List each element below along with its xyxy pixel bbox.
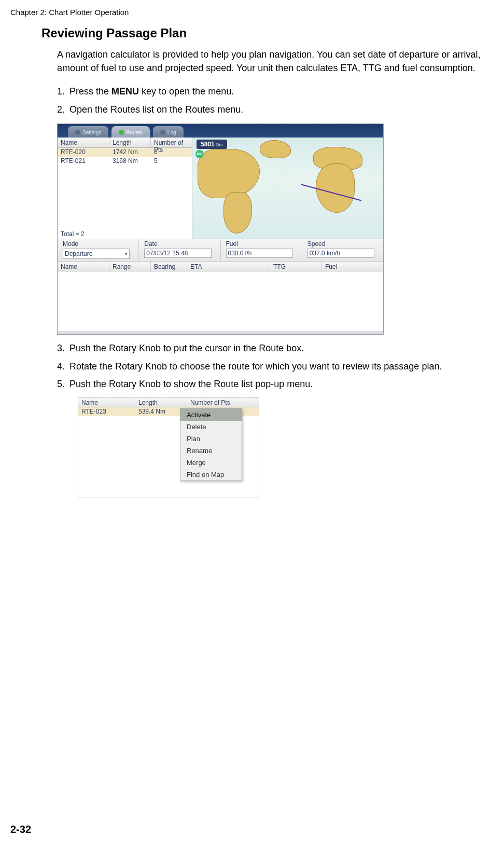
map-landmass: [316, 163, 355, 213]
route-list-header: Name Length Number of Pts: [58, 138, 192, 148]
param-label: Date: [144, 240, 215, 248]
route-pts: 5: [151, 157, 192, 166]
step-text: Push the Rotary Knob to put the cursor i…: [69, 341, 483, 356]
step-1-post: key to open the menu.: [139, 86, 234, 97]
step-text: Press the MENU key to open the menu.: [69, 84, 483, 99]
step-number: 1.: [57, 84, 69, 99]
chevron-down-icon: ▾: [125, 251, 128, 256]
step-number: 2.: [57, 102, 69, 117]
step-5: 5. Push the Rotary Knob to show the Rout…: [57, 377, 483, 392]
map-scale-badge: 5801Nm: [197, 140, 227, 149]
route-name: RTE-020: [58, 148, 109, 157]
passage-params-row: Mode Departure ▾ Date Fuel Speed: [58, 239, 383, 262]
waypoint-detail-header: Name Range Bearing ETA TTG Fuel: [58, 262, 383, 272]
step-number: 3.: [57, 341, 69, 356]
map-scale-unit: Nm: [216, 142, 223, 147]
step-4: 4. Rotate the Rotary Knob to choose the …: [57, 359, 483, 374]
tab-settings[interactable]: Settings: [68, 126, 108, 138]
steps-list: 1. Press the MENU key to open the menu. …: [57, 84, 483, 117]
map-landmass: [198, 149, 260, 198]
menu-key-label: MENU: [111, 86, 139, 97]
chapter-header: Chapter 2: Chart Plotter Operation: [10, 8, 129, 17]
route-length: 3168 Nm: [109, 157, 151, 166]
tab-label: Settings: [82, 130, 101, 135]
routes-top-panel: Name Length Number of Pts RTE-020 1742 N…: [58, 138, 383, 239]
param-fuel: Fuel: [221, 239, 302, 261]
tab-indicator-icon: [160, 130, 165, 135]
step-text: Push the Rotary Knob to show the Route l…: [69, 377, 483, 392]
menu-plan[interactable]: Plan: [180, 433, 242, 445]
route-list-header: Name Length Number of Pts: [78, 397, 259, 407]
step-number: 5.: [57, 377, 69, 392]
menu-delete[interactable]: Delete: [180, 421, 242, 433]
fuel-input[interactable]: [226, 249, 293, 258]
tab-label: Log: [167, 130, 176, 135]
col-pts: Number of Pts: [151, 138, 192, 147]
speed-input[interactable]: [307, 249, 374, 258]
col-range: Range: [109, 262, 151, 272]
route-list-panel: Name Length Number of Pts RTE-020 1742 N…: [58, 138, 192, 239]
col-ttg: TTG: [270, 262, 322, 272]
step-1: 1. Press the MENU key to open the menu.: [57, 84, 483, 99]
tab-log[interactable]: Log: [153, 126, 184, 138]
map-scale-value: 5801: [201, 141, 215, 148]
col-eta: ETA: [187, 262, 270, 272]
route-total: Total = 2: [61, 230, 85, 238]
page-number: 2-32: [10, 823, 31, 835]
menu-rename[interactable]: Rename: [180, 445, 242, 457]
mode-select[interactable]: Departure ▾: [63, 249, 130, 259]
waypoint-detail-body: [58, 272, 383, 334]
step-text: Open the Routes list on the Routes menu.: [69, 102, 483, 117]
col-name: Name: [58, 138, 109, 147]
route-list-body: RTE-023 539.4 Nm 5 Activate Delete Plan …: [78, 407, 259, 498]
route-length: 1742 Nm: [109, 148, 151, 157]
north-up-icon: NU: [195, 150, 204, 158]
map-preview[interactable]: 5801Nm NU: [192, 138, 383, 239]
route-row[interactable]: RTE-020 1742 Nm 6: [58, 148, 192, 157]
step-text: Rotate the Rotary Knob to choose the rou…: [69, 359, 483, 374]
step-1-pre: Press the: [69, 86, 111, 97]
menu-activate[interactable]: Activate: [180, 409, 242, 421]
route-length: 539.4 Nm: [135, 407, 187, 416]
col-name: Name: [58, 262, 109, 272]
route-name: RTE-023: [78, 407, 135, 416]
map-landmass: [260, 140, 291, 158]
route-pts: 6: [151, 148, 192, 157]
step-2: 2. Open the Routes list on the Routes me…: [57, 102, 483, 117]
tab-indicator-icon: [119, 130, 124, 135]
col-pts: Number of Pts: [187, 397, 259, 407]
routes-window-screenshot: Settings Routes Log Name Length Number o…: [57, 123, 384, 335]
route-context-menu-screenshot: Name Length Number of Pts RTE-023 539.4 …: [78, 397, 259, 498]
page-content: Reviewing Passage Plan A navigation calc…: [41, 26, 483, 498]
col-name: Name: [78, 397, 135, 407]
section-title: Reviewing Passage Plan: [41, 26, 483, 40]
col-bearing: Bearing: [151, 262, 187, 272]
col-length: Length: [135, 397, 187, 407]
param-label: Speed: [307, 240, 378, 248]
route-name: RTE-021: [58, 157, 109, 166]
menu-merge[interactable]: Merge: [180, 457, 242, 469]
menu-find-on-map[interactable]: Find on Map: [180, 469, 242, 481]
tab-routes[interactable]: Routes: [111, 126, 150, 138]
param-speed: Speed: [302, 239, 383, 261]
col-fuel: Fuel: [322, 262, 383, 272]
tab-indicator-icon: [75, 130, 80, 135]
steps-list-continued: 3. Push the Rotary Knob to put the curso…: [57, 341, 483, 392]
context-menu: Activate Delete Plan Rename Merge Find o…: [180, 408, 242, 481]
param-mode: Mode Departure ▾: [58, 239, 139, 261]
param-date: Date: [139, 239, 220, 261]
step-3: 3. Push the Rotary Knob to put the curso…: [57, 341, 483, 356]
window-tab-bar: Settings Routes Log: [58, 124, 383, 138]
param-label: Fuel: [226, 240, 297, 248]
tab-label: Routes: [126, 130, 143, 135]
map-landmass: [223, 192, 252, 234]
param-label: Mode: [63, 240, 133, 248]
col-length: Length: [109, 138, 151, 147]
step-number: 4.: [57, 359, 69, 374]
route-row[interactable]: RTE-021 3168 Nm 5: [58, 157, 192, 166]
intro-paragraph: A navigation calculator is provided to h…: [57, 48, 483, 75]
date-input[interactable]: [144, 249, 211, 258]
mode-value: Departure: [65, 250, 92, 257]
